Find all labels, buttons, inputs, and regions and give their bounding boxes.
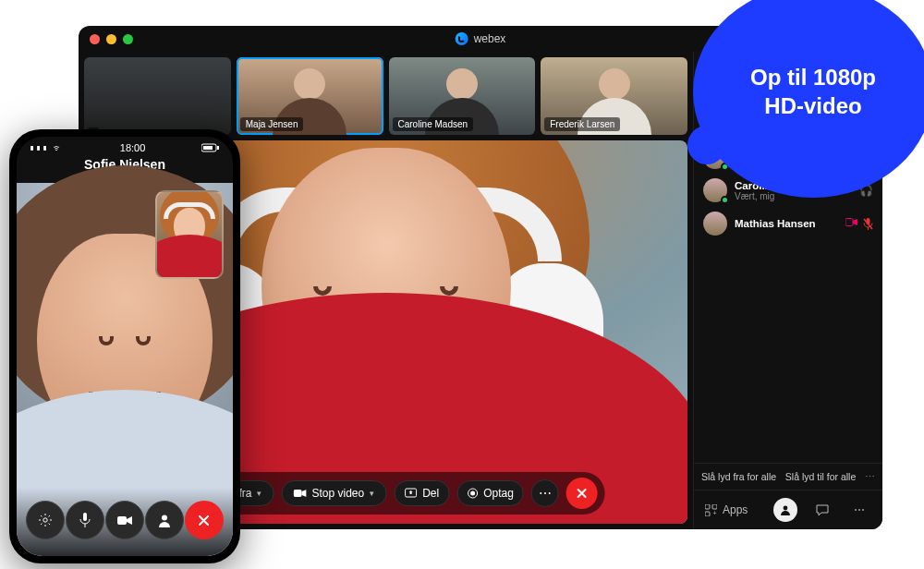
svg-rect-19	[217, 146, 219, 150]
microphone-icon	[79, 513, 91, 527]
panel-system-bar: + Apps ⋯	[694, 490, 882, 529]
chevron-down-icon: ▾	[257, 489, 261, 498]
mute-all-bar: Slå lyd fra for alle Slå lyd til for all…	[694, 463, 882, 490]
person-icon	[158, 514, 171, 527]
phone-time: 18:00	[120, 142, 146, 153]
person-icon	[780, 504, 791, 515]
close-window-button[interactable]	[90, 34, 100, 44]
camera-icon	[293, 489, 306, 498]
app-brand: webex	[456, 32, 506, 45]
participants-toggle-button[interactable]	[773, 498, 797, 522]
svg-point-20	[43, 518, 47, 522]
svg-point-16	[784, 506, 788, 511]
end-call-button[interactable]	[566, 478, 598, 509]
chat-toggle-button[interactable]	[810, 498, 834, 522]
maximize-window-button[interactable]	[123, 34, 133, 44]
svg-rect-14	[705, 512, 710, 516]
camera-icon	[845, 218, 857, 230]
chevron-down-icon: ▾	[370, 489, 374, 498]
share-button[interactable]: Del	[394, 480, 449, 506]
video-label: Stop video	[311, 487, 364, 500]
close-icon	[198, 515, 210, 527]
chat-icon	[816, 504, 829, 516]
more-options-button[interactable]: ⋯	[531, 479, 559, 507]
microphone-muted-icon	[863, 218, 873, 230]
stop-video-button[interactable]: Stop video ▾	[281, 480, 386, 506]
phone-mute-button[interactable]	[66, 501, 104, 539]
avatar	[703, 212, 727, 236]
promo-line-1: Op til 1080p	[750, 65, 876, 90]
webex-logo-icon	[456, 32, 468, 45]
presence-indicator	[721, 196, 729, 204]
apps-grid-icon: +	[705, 504, 717, 516]
svg-rect-12	[705, 504, 710, 509]
record-button[interactable]: Optag	[456, 480, 524, 506]
avatar	[703, 178, 727, 202]
app-name: webex	[474, 32, 506, 45]
phone-self-view[interactable]	[155, 190, 224, 279]
phone-status-bar: ▮▮▮ ᯤ 18:00	[17, 137, 233, 159]
record-label: Optag	[483, 487, 514, 500]
share-screen-icon	[404, 488, 417, 499]
gear-icon	[38, 513, 53, 527]
svg-rect-23	[117, 516, 127, 525]
svg-rect-8	[845, 218, 853, 225]
filmstrip-thumb-room[interactable]	[84, 57, 231, 135]
mute-all-button[interactable]: Slå lyd fra for alle	[701, 471, 776, 482]
phone-frame: ▮▮▮ ᯤ 18:00 Sofie Nielsen 2:26	[9, 129, 240, 563]
share-label: Del	[422, 487, 439, 500]
minimize-window-button[interactable]	[106, 34, 116, 44]
filmstrip-thumb-selected[interactable]: Maja Jensen	[237, 57, 383, 135]
svg-text:+: +	[712, 510, 716, 516]
signal-icon: ▮▮▮ ᯤ	[30, 142, 64, 153]
record-icon	[467, 488, 478, 499]
apps-label: Apps	[723, 503, 748, 516]
filmstrip-thumb[interactable]: Frederik Larsen	[541, 57, 687, 135]
more-horizontal-icon: ⋯	[854, 503, 865, 516]
phone-participants-button[interactable]	[145, 501, 184, 539]
unmute-all-button[interactable]: Slå lyd til for alle	[785, 471, 856, 482]
filmstrip-label: Maja Jensen	[240, 117, 304, 131]
svg-rect-13	[712, 504, 717, 509]
promo-line-2: HD-video	[764, 93, 861, 118]
svg-point-24	[162, 515, 167, 520]
phone-call-controls	[17, 488, 233, 556]
phone-video-button[interactable]	[105, 501, 144, 539]
svg-point-5	[470, 491, 475, 496]
filmstrip-label: Frederik Larsen	[544, 117, 620, 131]
participant-row[interactable]: Mathias Hansen	[694, 207, 882, 240]
phone-settings-button[interactable]	[26, 501, 65, 539]
svg-rect-21	[83, 513, 87, 521]
filmstrip-label: Caroline Madsen	[393, 117, 474, 131]
phone-screen: ▮▮▮ ᯤ 18:00 Sofie Nielsen 2:26	[17, 137, 233, 556]
filmstrip-thumb[interactable]: Caroline Madsen	[389, 57, 536, 135]
close-icon	[577, 488, 588, 499]
more-horizontal-icon: ⋯	[539, 486, 552, 501]
svg-rect-2	[293, 490, 301, 497]
battery-icon	[201, 143, 220, 152]
apps-button[interactable]: + Apps	[705, 503, 748, 516]
panel-more-button[interactable]: ⋯	[847, 498, 871, 522]
phone-end-call-button[interactable]	[185, 501, 224, 539]
traffic-lights	[90, 34, 133, 44]
participant-filmstrip: Maja Jensen Caroline Madsen Frederik Lar…	[79, 52, 693, 135]
participant-name: Mathias Hansen	[735, 218, 838, 229]
camera-icon	[117, 515, 132, 526]
svg-rect-18	[203, 146, 213, 150]
more-horizontal-icon[interactable]: ⋯	[865, 471, 875, 482]
